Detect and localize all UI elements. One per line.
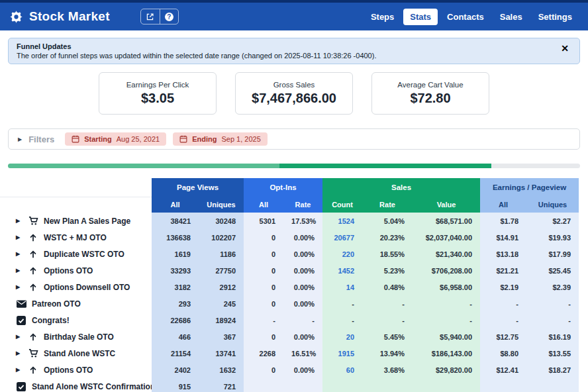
col-header-sales-value: Value	[413, 197, 480, 213]
stat-card-gross-sales: Gross Sales $7,467,866.00	[235, 72, 353, 115]
table-row: ▶ Duplicate WSTC OTO 1619 1186 0 0.00% 2…	[0, 246, 579, 262]
opt-rate-cell: 0.00%	[283, 262, 322, 279]
envelope-icon	[16, 299, 26, 309]
funnel-stats-table: Page Views Opt-Ins Sales Earnings / Page…	[0, 178, 579, 392]
pv-all-cell: 22686	[152, 312, 199, 328]
ending-label: Ending	[192, 135, 217, 143]
sales-count-link[interactable]: 1524	[322, 213, 362, 229]
calendar-icon	[179, 135, 187, 143]
expand-chevron-icon[interactable]: ▶	[16, 284, 23, 290]
earn-all-cell: -	[480, 312, 526, 328]
opt-rate-cell	[283, 378, 322, 392]
funnel-progress-bar	[8, 164, 580, 168]
group-header-opt-ins: Opt-Ins	[244, 178, 322, 197]
external-link-button[interactable]	[141, 9, 160, 24]
expand-chevron-icon[interactable]: ▶	[16, 268, 23, 273]
earn-all-cell: $21.21	[480, 262, 526, 279]
funnel-step-cell[interactable]: Congrats!	[0, 312, 152, 328]
opt-all-cell: -	[244, 312, 283, 328]
starting-date-badge[interactable]: Starting Aug 25, 2021	[65, 132, 166, 146]
sales-count-link[interactable]: 20	[322, 328, 362, 345]
pv-all-cell: 2402	[152, 362, 199, 378]
funnel-step-cell[interactable]: Stand Alone WSTC Confirmation	[0, 378, 152, 392]
opt-rate-cell: 17.53%	[283, 213, 322, 229]
ending-date-badge[interactable]: Ending Sep 1, 2025	[173, 132, 268, 146]
starting-value: Aug 25, 2021	[117, 135, 160, 143]
earn-all-cell: $8.80	[480, 345, 526, 362]
calendar-icon	[72, 135, 79, 143]
sales-value-cell: $29,820.00	[413, 362, 480, 378]
sales-value-cell: $68,571.00	[413, 213, 480, 229]
nav-steps[interactable]: Steps	[364, 9, 401, 25]
pv-all-cell: 293	[152, 295, 199, 312]
brand: Stock Market	[9, 9, 110, 24]
sales-count-link[interactable]: 60	[322, 362, 362, 378]
group-header-page-views: Page Views	[152, 178, 244, 197]
opt-all-cell	[244, 378, 283, 392]
expand-chevron-icon[interactable]: ▶	[16, 367, 23, 373]
stat-value: $72.80	[410, 91, 450, 106]
col-header-pv-all: All	[152, 197, 199, 213]
nav-settings[interactable]: Settings	[532, 9, 579, 25]
funnel-step-cell[interactable]: ▶ Options Downsell OTO	[0, 279, 152, 295]
sales-count-link[interactable]: 14	[322, 279, 362, 295]
sales-rate-cell: 0.48%	[362, 279, 413, 295]
funnel-step-cell[interactable]: Patreon OTO	[0, 295, 152, 312]
funnel-step-name: Patreon OTO	[32, 299, 81, 309]
earn-uniques-cell: $17.99	[526, 246, 579, 262]
table-row: ▶ Birthday Sale OTO 466 367 0 0.00% 20 5…	[0, 328, 579, 345]
funnel-step-name: WSTC + MJ OTO	[44, 233, 107, 242]
sales-value-cell: -	[413, 295, 480, 312]
sales-count-link[interactable]: 1915	[322, 345, 362, 362]
funnel-step-cell[interactable]: ▶ WSTC + MJ OTO	[0, 229, 152, 246]
funnel-step-cell[interactable]: ▶ Duplicate WSTC OTO	[0, 246, 152, 262]
table-row: ▶ Options OTO 2402 1632 0 0.00% 60 3.68%…	[0, 362, 579, 378]
earn-all-cell	[480, 378, 526, 392]
checkbox-icon	[16, 381, 26, 392]
alert-message: The order of funnel steps was updated wi…	[17, 52, 376, 60]
funnel-step-cell[interactable]: ▶ Options OTO	[0, 262, 152, 279]
funnel-step-cell[interactable]: ▶ Options OTO	[0, 362, 152, 378]
pv-uniques-cell: 1632	[199, 362, 244, 378]
expand-chevron-icon[interactable]: ▶	[16, 334, 23, 340]
table-row: ▶ WSTC + MJ OTO 136638 102207 0 0.00% 20…	[0, 229, 579, 246]
expand-chevron-icon[interactable]: ▶	[16, 234, 23, 240]
arrow-up-icon	[28, 365, 38, 375]
nav-contacts[interactable]: Contacts	[440, 9, 491, 25]
earn-all-cell: $14.91	[480, 229, 526, 246]
funnel-step-cell[interactable]: ▶ Stand Alone WSTC	[0, 345, 152, 362]
close-icon[interactable]: ✕	[558, 42, 571, 54]
earn-uniques-cell: $18.27	[526, 362, 579, 378]
sales-count-link[interactable]: 220	[322, 246, 362, 262]
sales-count-link[interactable]: 20677	[322, 229, 362, 246]
sales-count-link[interactable]: 1452	[322, 262, 362, 279]
filters-bar[interactable]: ▶ Filters Starting Aug 25, 2021 Ending S…	[8, 128, 580, 150]
funnel-step-name: Options OTO	[44, 266, 93, 275]
pv-all-cell: 915	[152, 378, 199, 392]
sales-value-cell: $5,940.00	[413, 328, 480, 345]
funnel-step-cell[interactable]: ▶ Birthday Sale OTO	[0, 328, 152, 345]
col-header-opt-all: All	[244, 197, 283, 213]
nav-sales[interactable]: Sales	[493, 9, 529, 25]
earn-uniques-cell: $2.39	[526, 279, 579, 295]
funnel-step-cell[interactable]: ▶ New Plan A Sales Page	[0, 213, 152, 229]
funnel-updates-alert: Funnel Updates The order of funnel steps…	[8, 38, 580, 64]
pv-uniques-cell: 18924	[199, 312, 244, 328]
col-header-earn-all: All	[480, 197, 526, 213]
sales-rate-cell: 13.94%	[362, 345, 413, 362]
chevron-right-icon[interactable]: ▶	[18, 136, 22, 142]
pv-uniques-cell: 102207	[199, 229, 244, 246]
sales-value-cell: $6,958.00	[413, 279, 480, 295]
help-button[interactable]: ?	[160, 9, 178, 24]
filters-label: Filters	[28, 134, 54, 144]
nav-stats[interactable]: Stats	[403, 9, 438, 25]
pv-all-cell: 136638	[152, 229, 199, 246]
expand-chevron-icon[interactable]: ▶	[16, 218, 23, 224]
pv-uniques-cell: 1186	[199, 246, 244, 262]
sales-rate-cell: 20.23%	[362, 229, 413, 246]
expand-chevron-icon[interactable]: ▶	[16, 251, 23, 257]
alert-title: Funnel Updates	[17, 42, 376, 50]
cart-icon	[28, 216, 38, 226]
expand-chevron-icon[interactable]: ▶	[16, 350, 23, 356]
pv-uniques-cell: 27750	[199, 262, 244, 279]
